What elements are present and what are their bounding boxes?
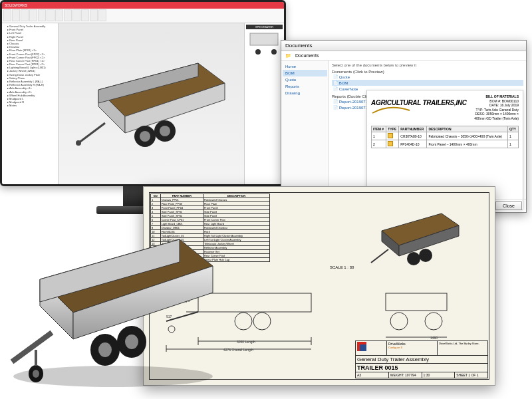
- breadcrumb[interactable]: Documents: [295, 53, 319, 58]
- documents-window-title: Documents: [285, 43, 312, 49]
- part-icon: [388, 133, 393, 138]
- dim-overall: 4276 Overall Length: [223, 348, 253, 352]
- svg-point-23: [253, 313, 271, 330]
- ribbon-button[interactable]: [55, 9, 63, 21]
- drawing-title: General Duty Trailer Assembly: [356, 356, 487, 363]
- document-row[interactable]: 📄 BOM: [332, 80, 523, 86]
- drawing-name: TRAILER 0015: [356, 364, 487, 372]
- folder-icon: 📁: [285, 53, 291, 59]
- driveworks-logo-icon: [357, 342, 385, 354]
- documents-sidebar: HomeBOMQuoteReportsDrawing: [281, 61, 329, 199]
- documents-main: Select one of the documents below to pre…: [329, 61, 526, 199]
- documents-sidebar-item[interactable]: Quote: [283, 76, 327, 83]
- title-block-size: A3: [356, 372, 388, 378]
- documents-sidebar-item[interactable]: BOM: [283, 70, 327, 76]
- drawing-title-block: DriveWorks Configure S DriveWorks Ltd, T…: [355, 340, 488, 378]
- bom-table: ITEM #TYPEPARTNUMBERDESCRIPTIONQTY 1CH30…: [371, 126, 519, 148]
- svg-point-31: [390, 313, 408, 330]
- foreground-trailer-render-icon: [0, 219, 219, 392]
- svg-point-7: [160, 126, 170, 136]
- documents-sidebar-item[interactable]: Reports: [283, 83, 327, 90]
- ribbon-button[interactable]: [21, 9, 29, 21]
- svg-point-22: [235, 313, 252, 330]
- task-pane-brand: SPECREATOR: [246, 25, 283, 29]
- part-icon: [388, 141, 393, 146]
- drawing-scale-note: SCALE 1 : 30: [330, 265, 354, 269]
- feature-tree[interactable]: ▸ General Duty Trailer Assembly▸ Front P…: [2, 23, 59, 184]
- title-block-address: DriveWorks Ltd, The Barley Store,: [437, 341, 487, 355]
- svg-point-49: [13, 366, 213, 387]
- svg-line-8: [78, 123, 105, 143]
- title-block-logo-sub: Configure S: [388, 346, 436, 349]
- svg-rect-36: [360, 344, 366, 351]
- svg-point-44: [125, 334, 138, 349]
- svg-rect-10: [250, 33, 278, 45]
- ribbon-button[interactable]: [64, 9, 72, 21]
- feature-tree-item[interactable]: ▸ Mates: [3, 104, 57, 107]
- trailer-model-icon: [65, 37, 238, 170]
- svg-rect-30: [386, 293, 447, 311]
- close-button[interactable]: Close: [495, 201, 522, 210]
- ribbon-button[interactable]: [29, 9, 37, 21]
- title-block-scale: 1:30: [422, 372, 455, 378]
- bom-col-header: TYPE: [386, 126, 399, 132]
- bom-col-header: ITEM #: [372, 126, 386, 132]
- cad-task-pane[interactable]: SPECREATOR: [244, 23, 284, 184]
- document-row[interactable]: 📄 Quote: [332, 74, 523, 80]
- bom-col-header: PARTNUMBER: [399, 126, 427, 132]
- svg-point-32: [425, 313, 442, 330]
- ribbon-button[interactable]: [98, 9, 106, 21]
- svg-point-5: [140, 131, 150, 142]
- bom-row: 1CH30TA80-10Fabricated Chassis – 3050×14…: [372, 132, 519, 140]
- ribbon-button[interactable]: [72, 9, 80, 21]
- svg-point-12: [271, 49, 277, 55]
- dim-width: 1460: [430, 336, 438, 340]
- svg-line-45: [12, 332, 52, 362]
- svg-line-18: [371, 249, 388, 263]
- svg-point-11: [255, 49, 261, 55]
- documents-titlebar[interactable]: Documents: [281, 41, 526, 51]
- documents-hint: Select one of the documents below to pre…: [332, 63, 523, 67]
- documents-sidebar-item[interactable]: Drawing: [283, 90, 327, 96]
- task-pane-preview-icon: [246, 29, 282, 56]
- drawing-iso-view-icon: [362, 198, 468, 271]
- ribbon-button[interactable]: [12, 9, 20, 21]
- ribbon-button[interactable]: [90, 9, 98, 21]
- bom-col-header: QTY: [507, 126, 518, 132]
- cad-ribbon: [2, 9, 284, 23]
- documents-breadcrumb-bar: 📁 Documents: [281, 51, 526, 61]
- dim-length: 3050 Length: [237, 340, 255, 344]
- title-block-sheet: SHEET 1 OF 1: [454, 372, 487, 378]
- documents-sidebar-item[interactable]: Home: [283, 63, 327, 70]
- ribbon-button[interactable]: [3, 9, 11, 21]
- ribbon-button[interactable]: [47, 9, 55, 21]
- bom-row: 2FP1404D-10Front Panel – 1400mm × 400mm1: [372, 140, 519, 148]
- svg-point-17: [419, 249, 432, 262]
- cad-viewport[interactable]: [59, 23, 244, 184]
- ribbon-button[interactable]: [81, 9, 89, 21]
- cad-titlebar: SOLIDWORKS: [2, 2, 284, 9]
- svg-point-16: [407, 252, 420, 265]
- bom-col-header: DESCRIPTION: [427, 126, 508, 132]
- svg-point-9: [76, 140, 81, 146]
- cad-app-title: SOLIDWORKS: [5, 3, 27, 7]
- bom-company-name: AGRICULTURAL TRAILERS,INC: [371, 99, 467, 106]
- bom-meta: BILL OF MATERIALS BOM #: BOM00110 DATE: …: [474, 94, 519, 120]
- cad-window: SOLIDWORKS ▸ General Duty Trailer Assemb…: [0, 0, 286, 186]
- svg-point-42: [98, 342, 112, 357]
- feather-icon: [371, 106, 411, 116]
- ribbon-button[interactable]: [38, 9, 46, 21]
